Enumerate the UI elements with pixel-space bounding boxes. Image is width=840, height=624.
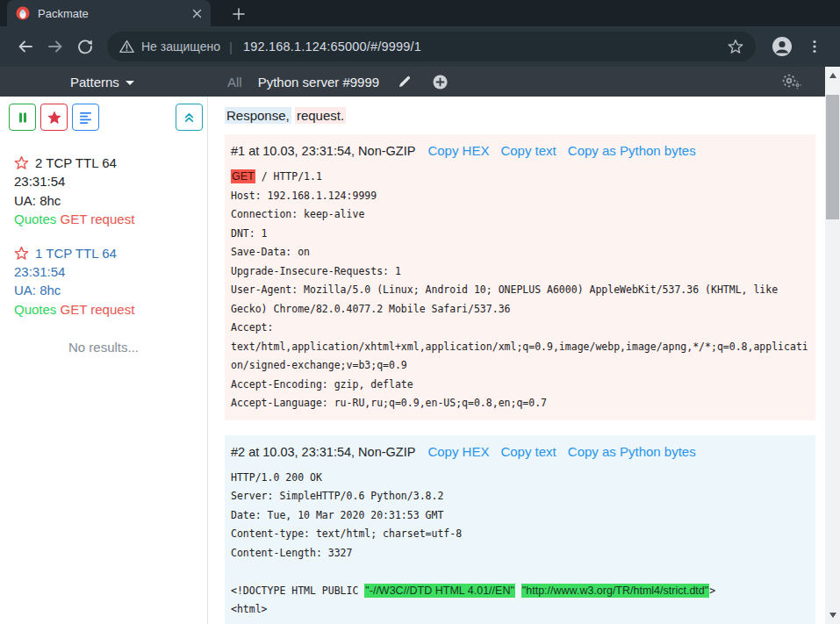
scrollbar-thumb[interactable] (826, 95, 839, 219)
browser-toolbar: Не защищено | 192.168.1.124:65000/#/9999… (0, 26, 840, 67)
back-button[interactable] (12, 33, 39, 60)
favicon-icon (16, 6, 30, 20)
packet-body: HTTP/1.0 200 OK Server: SimpleHTTP/0.6 P… (231, 469, 809, 620)
patterns-dropdown[interactable]: Patterns (70, 67, 134, 97)
list-view-button[interactable] (72, 104, 99, 131)
page-content: 2 TCP TTL 64 23:31:54 UA: 8hc Quotes GET… (0, 97, 825, 624)
browser-tab[interactable]: Packmate (7, 0, 211, 26)
stream-list-item[interactable]: 1 TCP TTL 64 23:31:54 UA: 8hc Quotes GET… (0, 244, 207, 319)
patterns-label: Patterns (70, 75, 119, 90)
packet-card-response: #2 at 10.03, 23:31:54, Non-GZIP Copy HEX… (225, 435, 815, 624)
quote-match: GET request (61, 212, 135, 226)
stream-list-item[interactable]: 2 TCP TTL 64 23:31:54 UA: 8hc Quotes GET… (0, 154, 207, 229)
tab-title: Packmate (38, 7, 192, 20)
stream-time: 23:31:54 (14, 172, 207, 190)
collapse-sidebar-button[interactable] (176, 104, 203, 131)
packets-panel: Response, request. #1 at 10.03, 23:31:54… (209, 97, 825, 624)
quote-label: Quotes (14, 212, 56, 226)
not-secure-label[interactable]: Не защищено (141, 39, 220, 54)
stream-title[interactable]: 2 TCP TTL 64 (35, 154, 117, 172)
chevron-down-icon (126, 81, 134, 85)
quote-match: GET request (61, 302, 135, 317)
stream-time: 23:31:54 (14, 262, 207, 281)
forward-button[interactable] (42, 33, 68, 60)
new-tab-button[interactable] (226, 2, 251, 26)
reload-button[interactable] (72, 33, 98, 60)
profile-avatar-icon[interactable] (772, 36, 793, 57)
pause-button[interactable] (9, 104, 36, 131)
settings-gears-icon[interactable] (781, 72, 802, 91)
quote-label: Quotes (14, 302, 56, 317)
current-pattern-name[interactable]: Python server #9999 (258, 75, 379, 90)
url-text[interactable]: 192.168.1.124:65000/#/9999/1 (243, 39, 728, 54)
page-scrollbar[interactable] (825, 67, 840, 624)
packet-legend: Response, request. (225, 108, 815, 123)
bookmark-star-icon[interactable] (728, 39, 743, 54)
add-pattern-plus-icon[interactable] (430, 72, 449, 91)
not-secure-warning-icon[interactable] (119, 39, 134, 54)
stream-ua: UA: 8hc (14, 191, 207, 210)
copy-hex-link[interactable]: Copy HEX (427, 143, 489, 158)
copy-text-link[interactable]: Copy text (500, 143, 556, 158)
favorites-filter-button[interactable] (40, 104, 68, 131)
no-results-text: No results... (0, 340, 207, 355)
packet-header: #1 at 10.03, 23:31:54, Non-GZIP (231, 144, 415, 158)
stream-quotes: Quotes GET request (14, 210, 207, 228)
browser-menu-kebab-icon[interactable] (801, 33, 828, 60)
favorite-star-icon[interactable] (14, 246, 29, 261)
packet-body: GET / HTTP/1.1 Host: 192.168.1.124:9999 … (231, 168, 809, 413)
address-bar[interactable]: Не защищено | 192.168.1.124:65000/#/9999… (107, 32, 756, 61)
copy-text-link[interactable]: Copy text (500, 444, 556, 459)
url-separator: | (229, 39, 233, 54)
app-navbar: Patterns All Python server #9999 (0, 67, 825, 97)
packet-card-request: #1 at 10.03, 23:31:54, Non-GZIP Copy HEX… (225, 134, 815, 420)
stream-quotes: Quotes GET request (14, 300, 207, 319)
streams-sidebar: 2 TCP TTL 64 23:31:54 UA: 8hc Quotes GET… (0, 97, 208, 624)
scrollbar-down-arrow[interactable] (825, 608, 840, 622)
copy-python-bytes-link[interactable]: Copy as Python bytes (568, 444, 696, 459)
packet-header: #2 at 10.03, 23:31:54, Non-GZIP (231, 445, 415, 459)
stream-ua: UA: 8hc (14, 281, 207, 299)
tab-all-streams[interactable]: All (227, 75, 242, 90)
copy-python-bytes-link[interactable]: Copy as Python bytes (568, 143, 696, 158)
tab-close-icon[interactable] (192, 9, 202, 18)
edit-pattern-pencil-icon[interactable] (395, 72, 414, 91)
scrollbar-up-arrow[interactable] (825, 68, 840, 82)
favorite-star-icon[interactable] (14, 155, 29, 170)
copy-hex-link[interactable]: Copy HEX (427, 444, 489, 459)
stream-title[interactable]: 1 TCP TTL 64 (35, 244, 117, 262)
browser-tab-strip: Packmate (0, 0, 840, 26)
